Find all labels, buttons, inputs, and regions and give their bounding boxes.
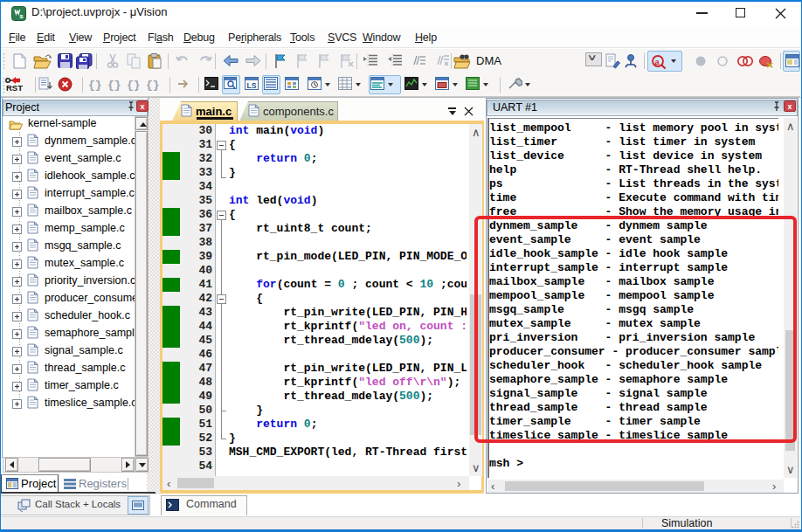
svg-text:s: s — [19, 12, 24, 20]
svg-text:{}: {} — [107, 79, 121, 92]
svg-text:{}: {} — [146, 79, 160, 92]
svg-text:RST: RST — [6, 83, 23, 92]
svg-text:a: a — [655, 58, 660, 66]
svg-text:{}: {} — [88, 79, 102, 92]
svg-text:LS: LS — [247, 81, 257, 90]
svg-text:{}: {} — [127, 79, 141, 92]
